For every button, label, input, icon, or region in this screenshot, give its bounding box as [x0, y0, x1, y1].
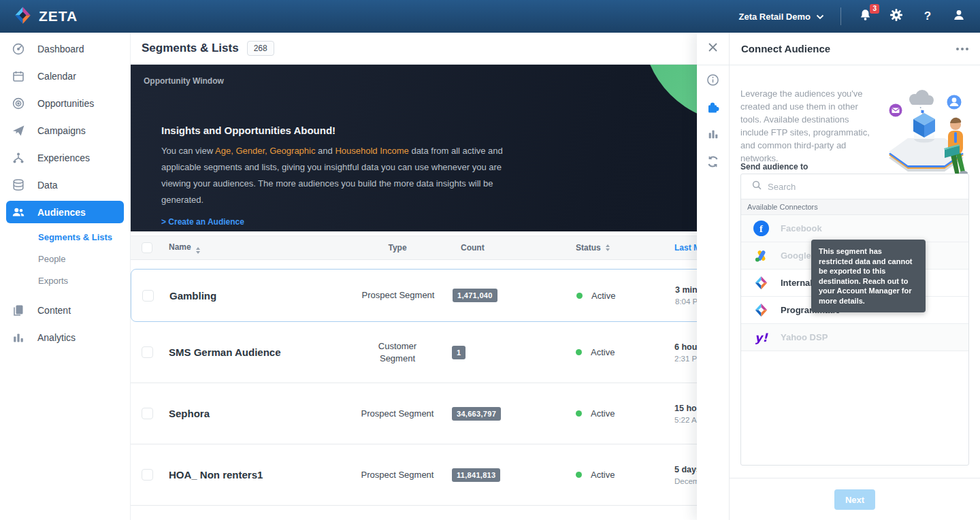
close-panel-button[interactable] [697, 33, 730, 65]
sidebar-item-experiences[interactable]: Experiences [0, 144, 130, 172]
sidebar-item-dashboard[interactable]: Dashboard [0, 35, 130, 63]
row-checkbox[interactable] [142, 346, 153, 358]
notification-count-badge: 3 [870, 4, 879, 14]
help-button[interactable]: ? [920, 9, 935, 24]
user-icon [952, 8, 966, 25]
sidebar-subitem-exports[interactable]: Exports [0, 270, 130, 291]
sidebar-item-label: Dashboard [37, 44, 84, 54]
sync-icon[interactable] [697, 148, 730, 175]
sidebar-item-label: Analytics [37, 332, 76, 343]
account-switcher[interactable]: Zeta Retail Demo [739, 12, 824, 22]
status-dot [576, 472, 582, 478]
connector-search[interactable] [741, 174, 968, 199]
sidebar-item-audiences[interactable]: Audiences [6, 201, 124, 223]
select-all-checkbox[interactable] [142, 242, 152, 253]
logo-text: ZETA [39, 8, 78, 25]
sitemap-icon [11, 151, 26, 165]
subitem-label: Exports [38, 276, 68, 286]
sidebar-subitem-people[interactable]: People [0, 248, 130, 270]
sort-icon[interactable] [606, 244, 610, 251]
col-header-status[interactable]: Status [568, 243, 670, 253]
status-label: Active [591, 291, 615, 301]
notifications-button[interactable]: 3 [858, 9, 872, 24]
status-dot [576, 293, 583, 299]
zeta-diamond-icon [14, 6, 32, 27]
send-audience-label: Send audience to [740, 162, 808, 172]
puzzle-icon[interactable] [697, 93, 730, 120]
account-name: Zeta Retail Demo [739, 12, 811, 22]
help-icon: ? [924, 10, 931, 23]
sidebar-item-label: Opportunities [37, 98, 94, 109]
sidebar-subitem-segments-lists[interactable]: Segments & Lists [0, 226, 130, 248]
info-icon[interactable] [697, 66, 730, 93]
google-ads-icon [753, 248, 769, 263]
create-audience-link[interactable]: > Create an Audience [161, 217, 244, 227]
segment-name[interactable]: SMS German Audience [169, 346, 343, 358]
col-header-name[interactable]: Name [169, 242, 343, 254]
col-header-type[interactable]: Type [343, 243, 452, 253]
banner-title: Insights and Opportunities Abound! [161, 125, 515, 136]
navbar-divider [840, 7, 841, 25]
segment-type: Customer Segment [366, 340, 429, 365]
segment-name[interactable]: Gambling [169, 290, 344, 302]
status-cell: Active [568, 408, 670, 419]
connectors-list: Available Connectors f Facebook Google A… [740, 174, 969, 466]
sidebar-item-label: Audiences [37, 207, 86, 218]
sidebar-nav: Dashboard Calendar Opportunities Campaig… [0, 33, 131, 520]
status-label: Active [591, 347, 615, 357]
sidebar-item-campaigns[interactable]: Campaigns [0, 117, 130, 144]
target-icon [11, 97, 26, 110]
bar-chart-icon [11, 331, 26, 344]
yahoo-icon: y! [753, 329, 769, 345]
sidebar-item-label: Campaigns [37, 125, 86, 136]
segment-type: Prospect Segment [343, 469, 452, 481]
panel-menu-button[interactable] [956, 48, 968, 50]
sort-icon[interactable] [196, 247, 200, 254]
status-dot [576, 410, 582, 417]
banner-label: Opportunity Window [144, 76, 224, 86]
count-badge: 1,471,040 [453, 289, 497, 302]
people-icon [11, 206, 26, 219]
col-header-count[interactable]: Count [452, 243, 568, 253]
status-cell: Active [568, 470, 670, 480]
chevron-down-icon [816, 12, 824, 22]
segment-type: Prospect Segment [343, 408, 452, 420]
row-checkbox[interactable] [142, 290, 154, 302]
zeta-diamond-icon [753, 302, 769, 318]
dashboard-icon [11, 42, 26, 56]
settings-button[interactable] [889, 9, 904, 24]
segment-name[interactable]: Sephora [169, 408, 343, 419]
sidebar-item-calendar[interactable]: Calendar [0, 63, 130, 90]
subitem-label: Segments & Lists [38, 232, 112, 242]
status-label: Active [591, 470, 615, 480]
paper-plane-icon [11, 124, 26, 137]
sidebar-item-analytics[interactable]: Analytics [0, 324, 130, 351]
search-icon [752, 180, 762, 193]
row-checkbox[interactable] [142, 408, 153, 419]
panel-header: Connect Audience [730, 33, 980, 65]
segments-count-badge: 268 [247, 41, 274, 56]
calendar-icon [11, 69, 26, 83]
panel-title: Connect Audience [741, 43, 830, 54]
sidebar-item-opportunities[interactable]: Opportunities [0, 90, 130, 117]
row-checkbox[interactable] [142, 469, 153, 481]
pages-icon [11, 304, 26, 317]
panel-content: Leverage the audiences you've created an… [730, 65, 980, 520]
segment-name[interactable]: HOA_ Non renters1 [169, 469, 343, 481]
panel-footer: Next [730, 478, 980, 520]
search-input[interactable] [768, 182, 945, 192]
bar-chart-icon[interactable] [697, 120, 730, 148]
zeta-logo[interactable]: ZETA [14, 6, 78, 27]
next-button[interactable]: Next [834, 489, 875, 510]
status-dot [576, 349, 582, 355]
banner-body: You can view Age, Gender, Geographic and… [161, 143, 515, 208]
connect-audience-panel: Connect Audience [697, 33, 980, 520]
status-cell: Active [568, 291, 670, 301]
count-badge: 34,663,797 [452, 407, 501, 421]
top-navbar: ZETA Zeta Retail Demo 3 [0, 0, 980, 33]
sidebar-item-data[interactable]: Data [0, 172, 130, 199]
connector-facebook: f Facebook [741, 215, 968, 242]
sidebar-item-label: Content [37, 305, 71, 316]
sidebar-item-content[interactable]: Content [0, 297, 130, 324]
user-menu-button[interactable] [951, 9, 966, 24]
